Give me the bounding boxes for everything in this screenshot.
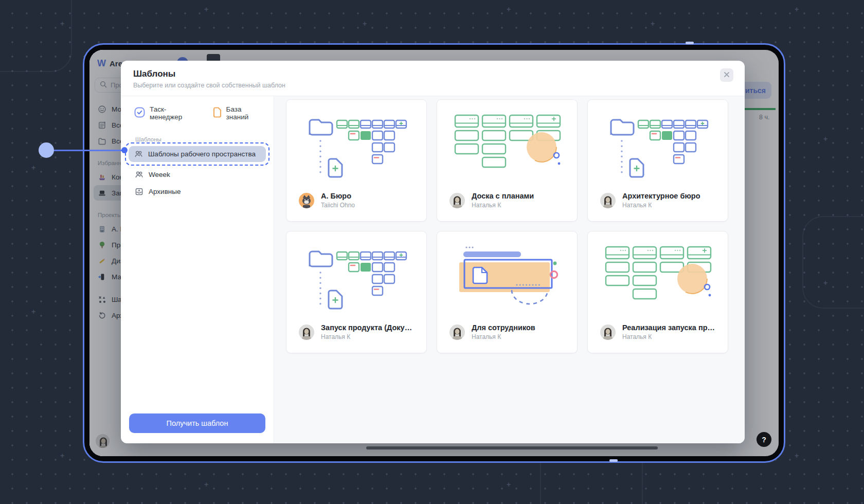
templates-section-label: Шаблоны	[135, 136, 265, 142]
author-avatar	[600, 325, 616, 340]
author-avatar	[449, 193, 465, 208]
template-card[interactable]: Запуск продукта (Доку…Наталья К	[286, 231, 427, 353]
card-author: Taiichi Ohno	[321, 202, 355, 209]
card-footer: А. БюроTaiichi Ohno	[299, 192, 419, 209]
template-grid: А. БюроTaiichi OhnoДоска с планамиНаталь…	[274, 96, 745, 443]
archive-icon	[135, 187, 143, 196]
template-card[interactable]: Реализация запуска пр…Наталья К	[587, 231, 728, 353]
templates-modal: Шаблоны Выберите или создайте свой собст…	[121, 61, 745, 443]
app-content: W Are Про МоиВсеВсеИзбраннКонЗапуПроекть…	[89, 50, 779, 456]
template-card[interactable]: Для сотрудниковНаталья К	[437, 231, 578, 353]
modal-title: Шаблоны	[133, 69, 732, 79]
card-title: Запуск продукта (Доку…	[321, 323, 412, 332]
modal-nav-list: Шаблоны рабочего пространстваWeeekАрхивн…	[129, 142, 265, 201]
modal-nav-item[interactable]: Шаблоны рабочего пространства	[129, 146, 266, 162]
card-footer: Доска с планамиНаталья К	[449, 192, 570, 209]
frame-handle-bottom	[609, 459, 618, 462]
document-icon	[213, 107, 222, 119]
modal-nav-item-label: Архивные	[149, 188, 181, 195]
illustration-kanban	[588, 245, 728, 308]
tab-label: Таск-менеджер	[150, 105, 199, 121]
illustration-banner	[437, 245, 577, 310]
card-title: Для сотрудников	[472, 323, 535, 332]
author-avatar	[600, 193, 616, 208]
card-author: Наталья К	[622, 333, 715, 340]
illustration-folder-tree	[286, 245, 426, 311]
template-card[interactable]: Доска с планамиНаталья К	[437, 99, 578, 222]
modal-header: Шаблоны Выберите или создайте свой собст…	[121, 61, 745, 96]
annotation-line	[46, 150, 124, 151]
modal-nav-item-label: Шаблоны рабочего пространства	[148, 150, 256, 158]
card-author: Наталья К	[622, 202, 700, 209]
card-footer: Реализация запуска пр…Наталья К	[600, 323, 721, 340]
card-footer: Запуск продукта (Доку…Наталья К	[299, 323, 419, 340]
author-avatar	[299, 325, 314, 340]
illustration-folder-tree	[588, 113, 728, 179]
template-type-tabs: Таск-менеджер База знаний	[129, 105, 265, 121]
app-window: W Are Про МоиВсеВсеИзбраннКонЗапуПроекть…	[83, 43, 785, 463]
template-card[interactable]: Архитектурное бюроНаталья К	[587, 99, 728, 222]
tab-label: База знаний	[226, 105, 265, 121]
card-title: Реализация запуска пр…	[622, 323, 715, 332]
modal-nav-item-label: Weeek	[149, 171, 170, 178]
close-icon	[724, 70, 730, 80]
frame-handle-top	[686, 42, 694, 44]
modal-nav-item[interactable]: Weeek	[129, 167, 265, 183]
desktop-background: ++ ++ ++ ++ ++ ++ ++ W Are Про МоиВсеВсе…	[0, 0, 864, 504]
card-author: Наталья К	[321, 333, 412, 340]
annotation-dot	[121, 147, 128, 153]
tab-task-manager[interactable]: Таск-менеджер	[134, 105, 199, 121]
card-footer: Архитектурное бюроНаталья К	[600, 192, 721, 209]
close-button[interactable]	[720, 68, 733, 82]
card-title: А. Бюро	[321, 192, 355, 200]
people-icon	[135, 170, 143, 179]
help-button[interactable]: ?	[757, 432, 771, 447]
modal-subtitle: Выберите или создайте свой собственный ш…	[133, 82, 732, 89]
card-title: Доска с планами	[472, 192, 534, 200]
card-author: Наталья К	[472, 333, 535, 340]
card-footer: Для сотрудниковНаталья К	[449, 323, 570, 340]
modal-body: Таск-менеджер База знаний Шаблоны Шаблон…	[121, 96, 745, 443]
check-square-icon	[134, 107, 145, 119]
card-author: Наталья К	[472, 202, 534, 209]
people-icon	[134, 150, 143, 158]
selected-item-dashed-outline: Шаблоны рабочего пространства	[125, 142, 269, 166]
annotation-circle	[39, 142, 54, 158]
illustration-folder-tree	[286, 113, 426, 179]
modal-sidebar: Таск-менеджер База знаний Шаблоны Шаблон…	[121, 96, 274, 443]
get-template-button[interactable]: Получить шаблон	[129, 413, 265, 433]
card-title: Архитектурное бюро	[622, 192, 700, 200]
modal-nav-item[interactable]: Архивные	[129, 184, 265, 200]
illustration-kanban	[437, 113, 577, 176]
author-avatar	[449, 325, 465, 340]
template-card[interactable]: А. БюроTaiichi Ohno	[286, 99, 427, 222]
author-avatar	[299, 193, 314, 208]
tab-knowledge-base[interactable]: База знаний	[213, 105, 265, 121]
